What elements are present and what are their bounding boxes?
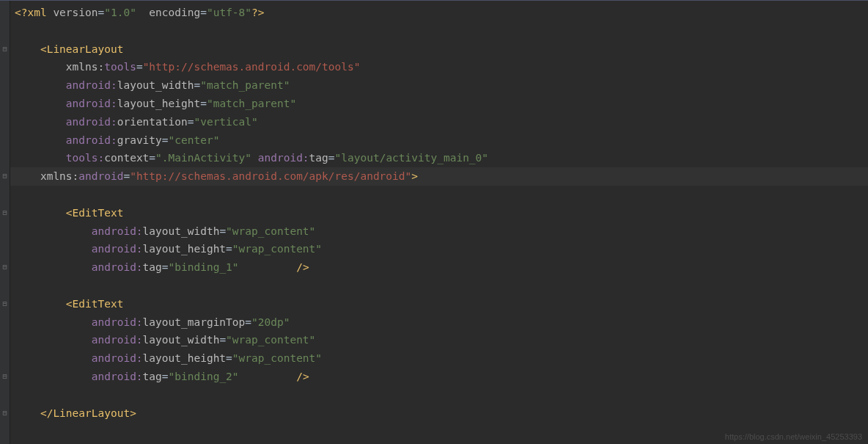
fold-toggle-icon[interactable]: ⊟ [1, 410, 8, 416]
fold-toggle-icon[interactable]: ⊟ [1, 46, 8, 52]
code-line[interactable]: android:layout_width="wrap_content" [10, 331, 868, 349]
code-line[interactable]: android:layout_width="wrap_content" [10, 222, 868, 241]
code-line[interactable]: android:layout_height="wrap_content" [10, 349, 868, 368]
watermark-text: https://blog.csdn.net/weixin_45253393 [725, 432, 862, 441]
code-line[interactable]: xmlns:tools="http://schemas.android.com/… [10, 58, 868, 76]
code-line[interactable]: android:gravity="center" [10, 131, 868, 150]
fold-toggle-icon[interactable]: ⊟ [1, 209, 8, 216]
code-line[interactable]: android:layout_height="match_parent" [10, 95, 868, 113]
code-line[interactable]: <?xml version="1.0" encoding="utf-8"?> [10, 4, 868, 22]
fold-toggle-icon[interactable]: ⊟ [1, 263, 8, 270]
code-line[interactable] [10, 186, 868, 204]
fold-toggle-icon[interactable]: ⊟ [1, 172, 8, 179]
editor-gutter: ⊟⊟⊟⊟⊟⊟⊟ [0, 1, 10, 444]
code-line[interactable]: <LinearLayout [10, 40, 868, 59]
code-line[interactable]: <EditText [10, 204, 868, 222]
code-line[interactable]: android:layout_marginTop="20dp" [10, 313, 868, 332]
code-line[interactable] [10, 22, 868, 40]
code-line[interactable]: android:layout_height="wrap_content" [10, 240, 868, 258]
code-line[interactable]: android:orientation="vertical" [10, 113, 868, 131]
code-editor[interactable]: <?xml version="1.0" encoding="utf-8"?> <… [10, 1, 868, 444]
code-line[interactable]: tools:context=".MainActivity" android:ta… [10, 149, 868, 167]
code-line[interactable]: <EditText [10, 295, 868, 313]
code-line[interactable] [10, 386, 868, 404]
fold-toggle-icon[interactable]: ⊟ [1, 373, 8, 379]
code-line[interactable]: android:tag="binding_1" /> [10, 258, 868, 277]
code-line[interactable]: xmlns:android="http://schemas.android.co… [10, 167, 868, 186]
code-line[interactable]: android:tag="binding_2" /> [10, 368, 868, 386]
code-line[interactable]: android:layout_width="match_parent" [10, 76, 868, 95]
fold-toggle-icon[interactable]: ⊟ [1, 300, 8, 307]
code-line[interactable]: </LinearLayout> [10, 404, 868, 423]
code-line[interactable] [10, 277, 868, 295]
